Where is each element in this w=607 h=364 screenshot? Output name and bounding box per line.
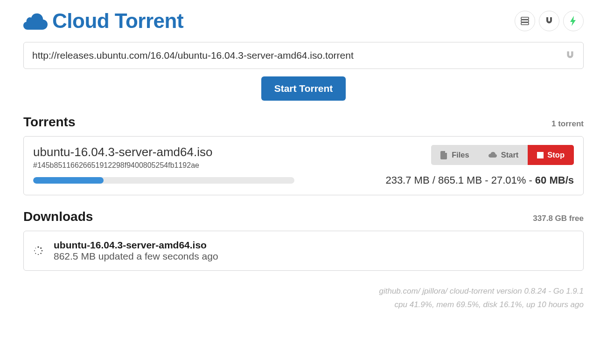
svg-point-6 — [42, 250, 43, 252]
svg-point-4 — [37, 246, 39, 247]
cloud-download-icon — [488, 151, 497, 159]
torrent-url-input[interactable] — [23, 42, 584, 69]
progress-fill — [33, 177, 104, 184]
progress-bar — [33, 177, 294, 184]
download-name: ubuntu-16.04.3-server-amd64.iso — [54, 240, 218, 251]
torrents-heading: Torrents — [23, 115, 76, 130]
files-button[interactable]: Files — [431, 145, 479, 165]
repo-link-name[interactable]: cloud-torrent — [450, 287, 494, 295]
start-torrent-button[interactable]: Start Torrent — [261, 76, 346, 101]
magnet-button[interactable] — [539, 11, 559, 31]
magnet-icon — [565, 50, 575, 61]
downloads-heading: Downloads — [23, 209, 93, 224]
lightning-icon — [569, 16, 578, 26]
version-text: version 0.8.24 - — [494, 287, 553, 295]
torrents-count: 1 torrent — [551, 119, 584, 129]
stop-icon — [537, 152, 544, 158]
svg-point-9 — [35, 253, 36, 254]
storage-button[interactable] — [515, 11, 535, 31]
svg-point-10 — [34, 250, 35, 251]
cloud-icon — [23, 12, 48, 30]
torrent-name: ubuntu-16.04.3-server-amd64.iso — [33, 145, 212, 159]
svg-rect-3 — [537, 152, 544, 158]
repo-link-prefix[interactable]: github.com/ — [379, 287, 420, 295]
app-title: Cloud Torrent — [52, 9, 183, 33]
svg-point-5 — [40, 247, 42, 249]
svg-point-8 — [38, 254, 39, 255]
magnet-icon — [544, 16, 554, 26]
file-icon — [440, 151, 448, 159]
torrent-card: ubuntu-16.04.3-server-amd64.iso #145b851… — [23, 136, 584, 195]
lightning-button[interactable] — [563, 11, 584, 31]
svg-rect-2 — [521, 23, 529, 25]
svg-point-7 — [41, 253, 42, 254]
svg-point-11 — [35, 248, 36, 249]
download-meta: 862.5 MB updated a few seconds ago — [54, 251, 218, 262]
stop-label: Stop — [547, 151, 565, 159]
torrent-hash: #145b85116626651912298f9400805254fb1192a… — [33, 161, 212, 170]
storage-icon — [520, 16, 530, 26]
svg-rect-0 — [521, 17, 529, 20]
footer: github.com/ jpillora/ cloud-torrent vers… — [23, 285, 584, 312]
svg-rect-1 — [521, 20, 529, 22]
system-stats: cpu 41.9%, mem 69.5%, disk 16.1%, up 10 … — [23, 298, 584, 312]
download-card: ubuntu-16.04.3-server-amd64.iso 862.5 MB… — [23, 231, 584, 271]
start-button[interactable]: Start — [479, 145, 528, 165]
loading-icon — [33, 246, 43, 256]
go-version-link[interactable]: Go 1.9.1 — [553, 287, 584, 295]
torrent-stats: 233.7 MB / 865.1 MB - 27.01% - 60 MB/s — [385, 174, 574, 186]
downloads-free: 337.8 GB free — [533, 214, 584, 223]
stop-button[interactable]: Stop — [528, 145, 574, 165]
files-label: Files — [452, 151, 469, 159]
repo-link-user[interactable]: jpillora/ — [422, 287, 447, 295]
start-label: Start — [501, 151, 519, 159]
